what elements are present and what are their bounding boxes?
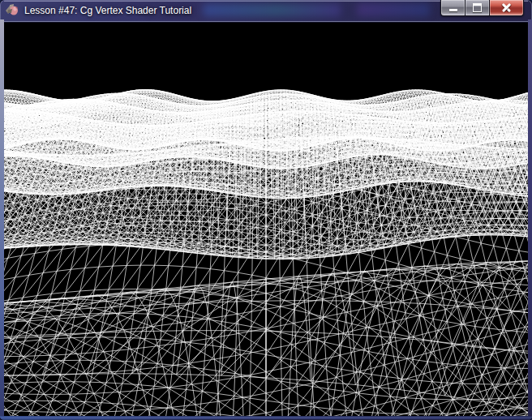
app-icon-image <box>5 3 19 17</box>
nehe-app-icon[interactable] <box>5 3 19 17</box>
caption-buttons <box>440 0 524 16</box>
window-title: Lesson #47: Cg Vertex Shader Tutorial <box>24 5 191 16</box>
minimize-icon <box>449 9 457 11</box>
client-area <box>4 23 528 416</box>
minimize-button[interactable] <box>440 0 466 16</box>
maximize-button[interactable] <box>466 0 489 16</box>
glass-reflection <box>203 4 341 16</box>
maximize-icon <box>473 3 482 12</box>
glass-reflection <box>357 3 430 16</box>
close-icon <box>502 3 511 12</box>
close-button[interactable] <box>489 0 524 16</box>
window-border-bottom[interactable] <box>0 416 532 420</box>
titlebar[interactable]: Lesson #47: Cg Vertex Shader Tutorial <box>0 0 532 23</box>
gl-viewport <box>4 23 528 416</box>
app-window: Lesson #47: Cg Vertex Shader Tutorial <box>0 0 532 420</box>
window-border-right[interactable] <box>528 19 532 420</box>
